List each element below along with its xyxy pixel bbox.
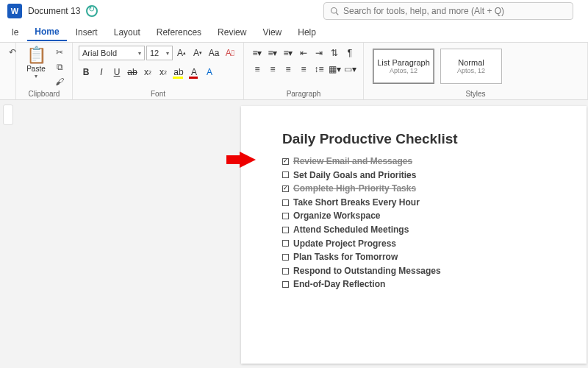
checklist-text: Organize Workspace <box>293 209 381 223</box>
style-name: Normal <box>458 58 484 67</box>
group-paragraph-label: Paragraph <box>250 88 357 98</box>
checklist-item[interactable]: Set Daily Goals and Priorities <box>282 169 566 183</box>
font-color-button[interactable]: A <box>187 65 201 79</box>
shrink-font-button[interactable]: A▾ <box>190 46 205 60</box>
annotation-arrow <box>240 152 256 168</box>
checklist-text: Review Email and Messages <box>293 155 412 169</box>
tab-file[interactable]: le <box>4 24 26 40</box>
paste-button[interactable]: 📋 Paste ▾ <box>22 46 50 79</box>
search-placeholder: Search for tools, help, and more (Alt + … <box>343 6 504 16</box>
tab-view[interactable]: View <box>255 24 289 40</box>
numbering-button[interactable]: ≡▾ <box>265 46 280 60</box>
cut-button[interactable]: ✂ <box>53 46 66 59</box>
checkbox-icon <box>282 254 289 261</box>
align-left-button[interactable]: ≡ <box>250 62 265 77</box>
checklist-text: Set Daily Goals and Priorities <box>293 169 416 183</box>
checkbox-icon <box>282 199 289 206</box>
font-size-combo[interactable]: 12▾ <box>146 46 173 60</box>
superscript-button[interactable]: x2 <box>156 65 171 79</box>
svg-line-1 <box>336 13 338 15</box>
style-card-1[interactable]: NormalAptos, 12 <box>440 49 502 84</box>
group-clipboard: 📋 Paste ▾ ✂ ⧉ 🖌 Clipboard <box>16 43 73 99</box>
word-app-icon: W <box>7 4 22 18</box>
group-undo-label <box>6 96 10 98</box>
underline-button[interactable]: U <box>110 65 124 79</box>
bold-button[interactable]: B <box>79 65 93 79</box>
group-paragraph: ≡▾ ≡▾ ≡▾ ⇤ ⇥ ⇅ ¶ ≡ ≡ ≡ ≡ ↕≡ ▦▾ ▭▾ Paragr… <box>244 43 364 99</box>
font-name-combo[interactable]: Arial Bold▾ <box>79 46 145 60</box>
checklist-text: End-of-Day Reflection <box>293 277 385 291</box>
style-sub: Aptos, 12 <box>390 67 417 74</box>
text-effects-button[interactable]: A <box>202 65 217 79</box>
strikethrough-button[interactable]: ab <box>125 65 140 79</box>
checkbox-icon: ✓ <box>282 158 289 165</box>
checkbox-icon <box>282 240 289 247</box>
checklist-item[interactable]: ✓Complete High-Priority Tasks <box>282 182 566 196</box>
autosave-icon[interactable] <box>86 5 98 17</box>
tab-home[interactable]: Home <box>27 24 66 41</box>
checkbox-icon: ✓ <box>282 185 289 192</box>
copy-button[interactable]: ⧉ <box>53 60 66 74</box>
grow-font-button[interactable]: A▴ <box>174 46 189 60</box>
align-right-button[interactable]: ≡ <box>281 62 295 77</box>
checklist: ✓Review Email and MessagesSet Daily Goal… <box>282 155 566 291</box>
doc-heading: Daily Productive Checklist <box>282 131 566 147</box>
tab-insert[interactable]: Insert <box>68 24 105 40</box>
svg-point-0 <box>331 8 337 14</box>
checkbox-icon <box>282 213 289 219</box>
workspace: Daily Productive Checklist ✓Review Email… <box>0 100 588 368</box>
subscript-button[interactable]: x2 <box>140 65 155 79</box>
group-styles: List ParagraphAptos, 12NormalAptos, 12 S… <box>364 43 588 99</box>
checklist-item[interactable]: Update Project Progress <box>282 237 566 251</box>
checklist-item[interactable]: End-of-Day Reflection <box>282 277 566 291</box>
checklist-item[interactable]: Attend Scheduled Meetings <box>282 223 566 237</box>
tab-references[interactable]: References <box>149 24 209 40</box>
group-font: Arial Bold▾ 12▾ A▴ A▾ Aa Aͯ B I U ab x2 … <box>73 43 244 99</box>
decrease-indent-button[interactable]: ⇤ <box>296 46 311 60</box>
document-page[interactable]: Daily Productive Checklist ✓Review Email… <box>241 106 587 364</box>
checklist-item[interactable]: Respond to Outstanding Messages <box>282 264 566 278</box>
line-spacing-button[interactable]: ↕≡ <box>312 62 326 77</box>
multilevel-button[interactable]: ≡▾ <box>281 46 295 60</box>
checklist-item[interactable]: Plan Tasks for Tomorrow <box>282 250 566 264</box>
italic-button[interactable]: I <box>94 65 109 79</box>
tab-layout[interactable]: Layout <box>107 24 148 40</box>
checkbox-icon <box>282 227 289 233</box>
tab-help[interactable]: Help <box>290 24 323 40</box>
checklist-text: Respond to Outstanding Messages <box>293 264 441 278</box>
shading-button[interactable]: ▦▾ <box>327 62 342 77</box>
group-styles-label: Styles <box>370 88 581 98</box>
show-marks-button[interactable]: ¶ <box>343 46 357 60</box>
clipboard-icon: 📋 <box>26 46 46 65</box>
increase-indent-button[interactable]: ⇥ <box>312 46 326 60</box>
align-center-button[interactable]: ≡ <box>265 62 280 77</box>
borders-button[interactable]: ▭▾ <box>343 62 357 77</box>
title-bar: W Document 13 Search for tools, help, an… <box>0 0 588 22</box>
checkbox-icon <box>282 268 289 275</box>
bullets-button[interactable]: ≡▾ <box>250 46 265 60</box>
style-sub: Aptos, 12 <box>457 67 485 74</box>
checklist-item[interactable]: Take Short Breaks Every Hour <box>282 196 566 210</box>
checklist-text: Update Project Progress <box>293 237 396 251</box>
clear-formatting-button[interactable]: Aͯ <box>223 46 237 60</box>
ribbon-tabs: le Home Insert Layout References Review … <box>0 22 588 43</box>
checklist-item[interactable]: Organize Workspace <box>282 209 566 223</box>
nav-pane-handle[interactable] <box>3 105 13 125</box>
search-box[interactable]: Search for tools, help, and more (Alt + … <box>323 2 573 20</box>
format-painter-button[interactable]: 🖌 <box>53 75 66 88</box>
paste-label: Paste <box>26 65 46 73</box>
group-clipboard-label: Clipboard <box>22 88 66 98</box>
highlight-button[interactable]: ab <box>171 65 186 79</box>
change-case-button[interactable]: Aa <box>207 46 221 60</box>
checkbox-icon <box>282 171 289 178</box>
checklist-item[interactable]: ✓Review Email and Messages <box>282 155 566 169</box>
justify-button[interactable]: ≡ <box>296 62 311 77</box>
sort-button[interactable]: ⇅ <box>327 46 342 60</box>
search-icon <box>330 7 339 15</box>
checkbox-icon <box>282 281 289 288</box>
style-card-0[interactable]: List ParagraphAptos, 12 <box>373 49 434 84</box>
tab-review[interactable]: Review <box>210 24 254 40</box>
group-undo: ↶ <box>0 43 16 99</box>
ribbon: ↶ 📋 Paste ▾ ✂ ⧉ 🖌 Clipboard Arial Bold▾ … <box>0 43 588 100</box>
checklist-text: Take Short Breaks Every Hour <box>293 196 420 210</box>
